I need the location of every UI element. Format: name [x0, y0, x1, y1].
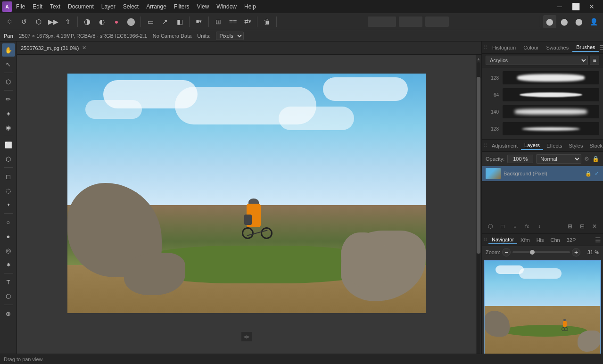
units-select[interactable]: Pixels Inches cm mm: [216, 32, 244, 40]
tab-xfm[interactable]: Xfm: [517, 236, 533, 244]
toolbar-transform[interactable]: ⇄▾: [241, 15, 254, 28]
vertical-scrollbar-thumb[interactable]: [477, 77, 480, 253]
menu-arrange[interactable]: Arrange: [142, 2, 170, 11]
tool-selection-rect[interactable]: ⬜: [2, 138, 15, 151]
nav-panel-menu-btn[interactable]: ☰: [595, 236, 601, 244]
tool-move[interactable]: ↖: [2, 58, 15, 71]
tool-zoom[interactable]: ⊕: [2, 307, 15, 320]
tab-stock[interactable]: Stock: [586, 142, 603, 149]
layer-tool-channel[interactable]: ↓: [534, 221, 545, 232]
tool-paint[interactable]: ✏: [2, 92, 15, 106]
toolbar-user[interactable]: 👤: [587, 15, 600, 28]
menu-text[interactable]: Text: [46, 2, 64, 11]
toolbar-trash[interactable]: 🗑: [260, 15, 273, 28]
tab-brushes[interactable]: Brushes: [572, 43, 599, 52]
window-close[interactable]: ✕: [585, 0, 598, 13]
zoom-slider-thumb[interactable]: [530, 250, 535, 255]
brush-item-3[interactable]: 140: [484, 103, 601, 120]
menu-file[interactable]: File: [12, 2, 29, 11]
tool-retouch[interactable]: ✦: [2, 198, 15, 211]
tool-burn[interactable]: ●: [2, 230, 15, 243]
layer-tool-mask[interactable]: ⬡: [485, 221, 496, 232]
brush-category-select[interactable]: Acrylics: [486, 56, 588, 65]
brush-item-4[interactable]: 128: [484, 120, 601, 137]
tool-pan[interactable]: ✋: [2, 43, 15, 57]
layer-tool-group[interactable]: ⊞: [564, 221, 576, 232]
toolbar-revert-btn[interactable]: ↺: [17, 15, 31, 28]
window-minimize[interactable]: ─: [553, 0, 566, 13]
layer-tool-fx[interactable]: ○: [509, 221, 520, 232]
toolbar-mask-select[interactable]: ◧: [173, 15, 186, 28]
tab-histogram[interactable]: Histogram: [488, 44, 520, 51]
tab-layers[interactable]: Layers: [521, 141, 543, 150]
layer-tool-adjustment[interactable]: □: [497, 221, 508, 232]
layer-item-background[interactable]: Background (Pixel) 🔒 ✓: [482, 166, 603, 181]
layer-visibility-check[interactable]: ✓: [595, 170, 599, 177]
tab-navigator[interactable]: Navigator: [488, 236, 517, 244]
panel-menu-btn[interactable]: ☰: [599, 44, 603, 51]
tool-selection-free[interactable]: ⬡: [2, 152, 15, 165]
scroll-left-arrow[interactable]: ◀: [243, 334, 247, 339]
layer-tool-delete[interactable]: ✕: [589, 221, 600, 232]
zoom-slider[interactable]: [512, 251, 570, 253]
layer-tool-blend[interactable]: fx: [521, 221, 533, 232]
tab-32p[interactable]: 32P: [563, 236, 579, 244]
tab-swatches[interactable]: Swatches: [543, 44, 573, 51]
tool-dodge[interactable]: ○: [2, 215, 15, 229]
toolbar-color-circle[interactable]: ●: [110, 15, 123, 28]
tool-text[interactable]: T: [2, 275, 15, 289]
tool-inpaint[interactable]: ◌: [2, 184, 15, 197]
window-restore[interactable]: ⬜: [569, 0, 582, 13]
blend-mode-select[interactable]: Normal Multiply Screen Overlay: [536, 154, 581, 164]
toolbar-shape-btn[interactable]: ■▾: [192, 15, 206, 28]
toolbar-view-mode-2[interactable]: ⬤: [558, 15, 571, 28]
brush-item-1[interactable]: 128: [484, 69, 601, 86]
canvas-scrollbar[interactable]: ◀ ▶: [241, 332, 252, 341]
navigator-image[interactable]: [484, 260, 601, 362]
toolbar-develop-btn[interactable]: ⬡: [32, 15, 45, 28]
tool-sharpen[interactable]: ✱: [2, 258, 15, 271]
menu-edit[interactable]: Edit: [29, 2, 46, 11]
canvas-tab-close[interactable]: ✕: [82, 45, 86, 51]
menu-window[interactable]: Window: [213, 2, 240, 11]
zoom-out-btn[interactable]: −: [502, 248, 511, 256]
toolbar-arrange[interactable]: ⊞: [212, 15, 225, 28]
tool-shapes[interactable]: ⬡: [2, 290, 15, 303]
toolbar-selection[interactable]: ▭: [144, 15, 157, 28]
menu-document[interactable]: Document: [64, 2, 98, 11]
toolbar-sphere[interactable]: ⬤: [124, 15, 138, 28]
toolbar-studio-btn[interactable]: ⬡: [3, 15, 16, 28]
layer-settings-icon[interactable]: ⚙: [584, 156, 589, 162]
tab-styles[interactable]: Styles: [566, 142, 586, 149]
opacity-value[interactable]: 100 %: [507, 155, 533, 163]
toolbar-macro-btn[interactable]: ▶▶: [47, 15, 60, 28]
tab-adjustment[interactable]: Adjustment: [488, 142, 521, 149]
toolbar-bw-btn[interactable]: ◐: [95, 15, 108, 28]
toolbar-color-wheel[interactable]: ◑: [81, 15, 94, 28]
vertical-scrollbar-track[interactable]: [477, 62, 480, 356]
tool-fill[interactable]: ◉: [2, 121, 15, 134]
tab-colour[interactable]: Colour: [520, 44, 542, 51]
tool-blur[interactable]: ◎: [2, 244, 15, 257]
scroll-up-arrow[interactable]: ▲: [476, 57, 481, 61]
menu-layer[interactable]: Layer: [98, 2, 119, 11]
toolbar-view-mode-3[interactable]: ⬤: [572, 15, 586, 28]
tab-effects[interactable]: Effects: [543, 142, 565, 149]
menu-help[interactable]: Help: [240, 2, 260, 11]
scroll-right-arrow[interactable]: ▶: [247, 334, 250, 339]
menu-filters[interactable]: Filters: [170, 2, 193, 11]
tab-chn[interactable]: Chn: [547, 236, 563, 244]
brush-options-btn[interactable]: ≡: [590, 56, 599, 65]
menu-select[interactable]: Select: [119, 2, 142, 11]
layer-lock-icon[interactable]: 🔒: [592, 156, 599, 162]
toolbar-align[interactable]: ≡≡: [226, 15, 240, 28]
toolbar-view-mode-1[interactable]: ⬤: [543, 15, 556, 28]
canvas-container[interactable]: ◀ ▶: [17, 55, 476, 341]
tool-colorpicker[interactable]: ◈: [2, 107, 15, 120]
tool-crop[interactable]: ⬡: [2, 75, 15, 88]
tab-his[interactable]: His: [533, 236, 547, 244]
brush-item-2[interactable]: 64: [484, 86, 601, 103]
vertical-scrollbar[interactable]: ▲ ▼: [476, 55, 481, 364]
toolbar-lasso[interactable]: ↗: [158, 15, 172, 28]
tool-eraser[interactable]: ◻: [2, 170, 15, 183]
